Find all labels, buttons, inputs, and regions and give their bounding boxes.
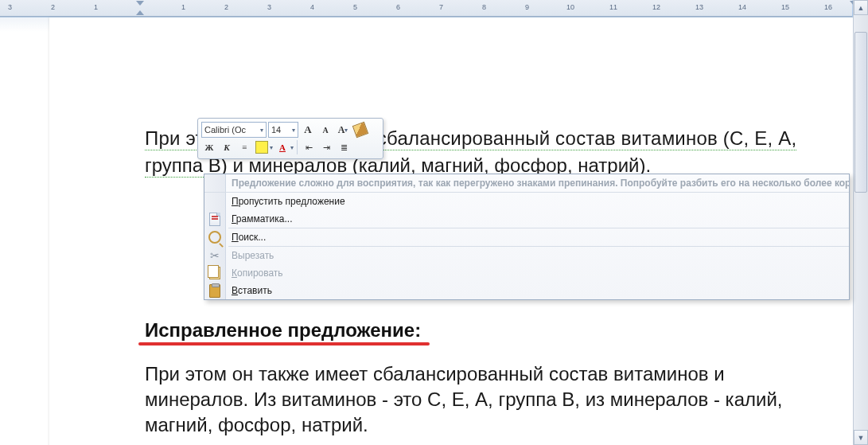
ruler-tick: 8 [482,3,486,11]
menu-label: оиск... [239,232,267,243]
chevron-down-icon: ▾ [260,127,263,134]
menu-grammar[interactable]: Грамматика... [204,210,849,228]
scroll-thumb[interactable] [854,32,867,193]
font-size-value: 14 [271,125,281,135]
menu-label: Вырезать [232,250,274,261]
increase-indent-button[interactable]: ⇥ [318,139,334,155]
chevron-down-icon[interactable]: ▾ [270,144,273,151]
ruler-tick: 13 [695,3,703,11]
chevron-down-icon[interactable]: ▾ [290,144,294,151]
ruler-tick: 12 [652,3,660,11]
menu-paste[interactable]: Вставить [204,282,849,299]
ruler-tick: 6 [396,3,400,11]
scissors-icon: ✂ [208,248,222,263]
menu-label: ставить [238,285,272,296]
ruler-tick: 1 [181,3,185,11]
grammar-suggestion-header: Предложение сложно для восприятия, так к… [204,174,849,193]
ruler-tick: 2 [51,3,55,11]
ruler-tick: 2 [224,3,228,11]
highlight-button[interactable] [254,139,270,155]
format-painter-button[interactable] [352,122,368,138]
chevron-down-icon: ▾ [292,127,295,134]
separator [297,140,298,154]
ruler-tick: 3 [267,3,271,11]
format-painter-icon [352,122,369,139]
font-size-combo[interactable]: 14 ▾ [268,122,298,138]
ruler-tick: 10 [566,3,574,11]
ruler-tick: 11 [609,3,617,11]
bullets-button[interactable]: ≣ [336,139,352,155]
ruler-tick: 16 [824,3,832,11]
ruler-tick: 14 [738,3,746,11]
corrected-paragraph[interactable]: При этом он также имеет сбалансированный… [145,361,789,438]
grammar-icon [208,212,222,226]
italic-button[interactable]: К [219,139,235,155]
align-center-button[interactable]: ≡ [236,139,252,155]
first-line-indent-marker[interactable] [136,1,144,6]
copy-icon [208,266,222,280]
ruler-tick: 4 [310,3,314,11]
ruler-tick: 9 [525,3,529,11]
menu-label: ропустить предложение [239,196,345,207]
word-editor-viewport: 3 2 1 1 2 3 4 5 6 7 8 9 10 11 12 13 14 1… [0,0,868,445]
corrected-heading[interactable]: Исправленное предложение: [145,319,421,342]
shrink-font-button[interactable]: A [317,122,333,138]
menu-skip-sentence[interactable]: Пропустить предложение [204,193,849,210]
menu-label: опировать [237,267,283,279]
vertical-scrollbar[interactable]: ▲ ▼ [853,0,868,445]
left-indent-marker[interactable] [136,10,144,15]
scroll-up-button[interactable]: ▲ [854,0,868,15]
mini-format-toolbar: Calibri (Ос ▾ 14 ▾ A A A▾ Ж К ≡ ▾ A ▾ [197,118,383,159]
menu-search[interactable]: Поиск... [204,228,849,246]
font-name-value: Calibri (Ос [204,125,246,135]
font-name-combo[interactable]: Calibri (Ос ▾ [201,122,267,138]
paste-icon [208,283,222,298]
grow-font-button[interactable]: A [300,122,316,138]
menu-cut: ✂ Вырезать [204,247,849,264]
ruler-tick: 15 [781,3,789,11]
ruler-tick: 3 [8,3,12,11]
bold-button[interactable]: Ж [201,139,217,155]
ruler-tick: 5 [353,3,357,11]
menu-copy: Копировать [204,264,849,282]
change-case-button[interactable]: A▾ [335,122,351,138]
grammar-context-menu: Предложение сложно для восприятия, так к… [204,174,850,300]
annotation-underline [138,342,430,345]
menu-label: рамматика... [236,213,293,224]
scroll-down-button[interactable]: ▼ [854,430,868,445]
search-icon [208,230,222,244]
highlight-icon [255,141,268,154]
ruler-tick: 1 [94,3,98,11]
horizontal-ruler[interactable]: 3 2 1 1 2 3 4 5 6 7 8 9 10 11 12 13 14 1… [0,0,852,17]
decrease-indent-button[interactable]: ⇤ [301,139,317,155]
ruler-tick: 7 [439,3,443,11]
font-color-button[interactable]: A [274,139,290,155]
